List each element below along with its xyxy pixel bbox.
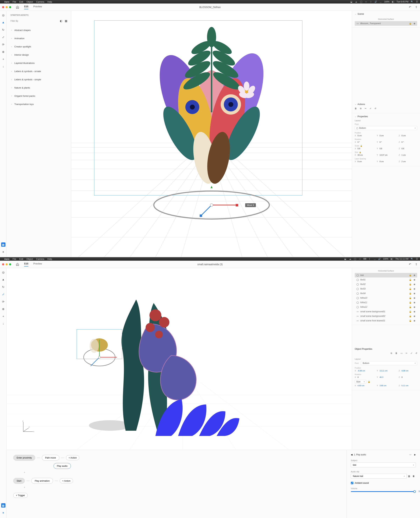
category-origami-forest[interactable]: ›Origami forest packs	[10, 92, 67, 100]
window-close-button[interactable]	[2, 263, 4, 265]
size-lock-icon[interactable]: 🔒	[359, 151, 361, 153]
import-tool-icon[interactable]: ↓	[1, 322, 5, 326]
visibility-icon[interactable]: ◉	[413, 283, 416, 286]
menu-object[interactable]: Object	[26, 0, 33, 3]
expand-action-icon[interactable]: ⤢	[370, 107, 371, 110]
category-letters-simple[interactable]: ›Letters & symbols - simple	[10, 75, 67, 84]
visibility-icon[interactable]: ◉	[413, 301, 416, 304]
mode-edit[interactable]: Edit	[24, 5, 28, 9]
keyboard-icon[interactable]: ⌨	[363, 258, 366, 260]
orbit-tool-icon[interactable]: ⟳	[1, 299, 5, 304]
size-mode-dropdown[interactable]: Size▾	[355, 380, 366, 384]
add-action-button[interactable]: + Action	[60, 478, 73, 483]
visibility-icon[interactable]: ◉	[413, 297, 416, 299]
menu-camera[interactable]: Camera	[36, 258, 44, 260]
undo-button[interactable]: ↶	[408, 5, 412, 9]
actions-section-toggle[interactable]: ⌄Actions	[355, 103, 417, 105]
mode-edit[interactable]: Edit	[24, 262, 28, 266]
scale-tool-icon[interactable]: ⤢	[1, 35, 5, 39]
rotation-x[interactable]: X0 °	[355, 141, 373, 143]
window-zoom-button[interactable]	[9, 6, 11, 8]
menu-object[interactable]: Object	[26, 258, 33, 260]
spotlight-icon[interactable]: 🔍	[411, 258, 413, 260]
assets-panel-icon[interactable]: ▦	[1, 503, 5, 508]
visibility-icon[interactable]: ◉	[413, 315, 416, 317]
size-x[interactable]: X33 cm	[355, 154, 373, 156]
audio-clip-dropdown[interactable]: Nature trail▾	[351, 474, 407, 479]
position-x[interactable]: X-8.98 cm	[355, 370, 373, 372]
layer-spacing-z[interactable]: Z2 cm	[399, 160, 417, 163]
category-nature-plants[interactable]: ›Nature & plants	[10, 84, 67, 92]
scale-x[interactable]: X0.6	[355, 148, 373, 150]
expand-icon[interactable]: ⤢	[411, 352, 412, 355]
copy-icon[interactable]: ⧉	[390, 352, 392, 355]
scale-y[interactable]: Y0.6	[377, 148, 395, 150]
size-x[interactable]: X4.83 cm	[355, 385, 373, 387]
scene-item[interactable]: ◯ folha12 🔓 ◉	[355, 305, 417, 309]
action-play-animation[interactable]: Play animation	[31, 478, 53, 484]
delete-icon[interactable]: 🗑	[395, 352, 398, 355]
size-lock-icon[interactable]: 🔒	[368, 380, 370, 383]
bluetooth-icon[interactable]: ᛒ	[369, 0, 372, 3]
target-tool-icon[interactable]: ◎	[1, 13, 5, 17]
visibility-icon[interactable]: ◉	[413, 306, 416, 308]
mode-preview[interactable]: Preview	[33, 262, 42, 266]
category-animation[interactable]: ›Animation	[10, 34, 67, 43]
window-zoom-button[interactable]	[9, 263, 11, 265]
import-tool-icon[interactable]: ↓	[1, 64, 5, 69]
volume-icon[interactable]: 🔊	[374, 0, 377, 3]
lock-icon[interactable]: 🔓	[409, 297, 412, 299]
bee-object[interactable]	[77, 329, 122, 375]
battery-icon[interactable]: ▮▯	[390, 258, 393, 260]
duplicate-action-icon[interactable]: ⧉	[360, 107, 361, 110]
menu-edit[interactable]: Edit	[19, 258, 23, 260]
visibility-icon[interactable]: ◉	[413, 319, 416, 322]
lock-icon[interactable]: 🔓	[409, 288, 412, 290]
action-path-move[interactable]: Path move	[42, 455, 59, 461]
category-letters-ornate[interactable]: ›Letters & symbols - ornate	[10, 67, 67, 75]
cut-action-icon[interactable]: ✂	[365, 107, 367, 110]
trigger-start[interactable]: Start	[13, 478, 25, 484]
delete-action-icon[interactable]: 🗑	[355, 107, 357, 110]
rotation-x[interactable]: X0	[355, 376, 373, 378]
volume-icon[interactable]: 🔊	[378, 258, 381, 260]
viewport-3d[interactable]: Move X	[71, 11, 352, 257]
wifi-icon[interactable]: ◡	[373, 258, 376, 260]
subject-dropdown[interactable]: bee▾	[351, 463, 416, 467]
scene-item[interactable]: ▭ small scene background01 🔓 ◉	[355, 309, 417, 314]
lock-icon[interactable]: 🔓	[409, 22, 412, 25]
position-z[interactable]: Z0 cm	[399, 134, 417, 137]
select-tool-icon[interactable]: ▲	[1, 277, 5, 282]
visibility-icon[interactable]: ◉	[413, 22, 416, 25]
action-play-audio[interactable]: Play audio	[53, 463, 71, 469]
pivot-dropdown[interactable]: ▢Bottom▾	[355, 126, 417, 130]
menu-file[interactable]: File	[13, 258, 16, 260]
menubar-clock[interactable]: Thu 11:11 AM	[395, 258, 408, 260]
add-action-button[interactable]: + Action	[66, 455, 79, 460]
dropbox-icon[interactable]: ⬓	[344, 258, 347, 260]
assets-panel-icon[interactable]: ▦	[1, 243, 5, 247]
duplicate-icon[interactable]: ▭	[401, 352, 403, 355]
creative-cloud-icon[interactable]: ◯	[360, 0, 362, 3]
dropbox-icon[interactable]: ⬓	[350, 0, 353, 3]
add-trigger-button[interactable]: + Trigger	[13, 493, 28, 498]
notification-center-icon[interactable]: ☰	[415, 0, 418, 3]
rotation-y[interactable]: Y46.3	[377, 376, 395, 378]
size-z[interactable]: Z1 cm	[399, 154, 417, 156]
window-minimize-button[interactable]	[6, 6, 8, 8]
volume-slider[interactable]: 100 %	[351, 491, 416, 492]
filter-view-icon[interactable]: ▦	[65, 19, 67, 22]
position-z[interactable]: Z4.08 cm	[399, 370, 417, 372]
reset-action-icon[interactable]: ↺	[375, 107, 376, 110]
visibility-icon[interactable]: ◉	[413, 288, 416, 290]
scene-item[interactable]: ▭ small scene front leaves01 🔓 ◉	[355, 318, 417, 323]
ambient-sound-checkbox[interactable]	[351, 482, 353, 484]
scene-item[interactable]: ◯ folha11 🔓 ◉	[355, 300, 417, 305]
creative-cloud-icon[interactable]: ◯	[354, 258, 356, 260]
scene-item[interactable]: ◯ flor01 🔓 ◉	[355, 277, 417, 282]
cloud-sync-icon[interactable]: ☁	[349, 258, 352, 260]
rotation-y[interactable]: Y0 °	[377, 141, 395, 143]
properties-section-toggle[interactable]: ⌄Properties	[355, 115, 417, 118]
spotlight-icon[interactable]: 🔍	[411, 0, 413, 3]
rotate-tool-icon[interactable]: ↻	[1, 28, 5, 32]
